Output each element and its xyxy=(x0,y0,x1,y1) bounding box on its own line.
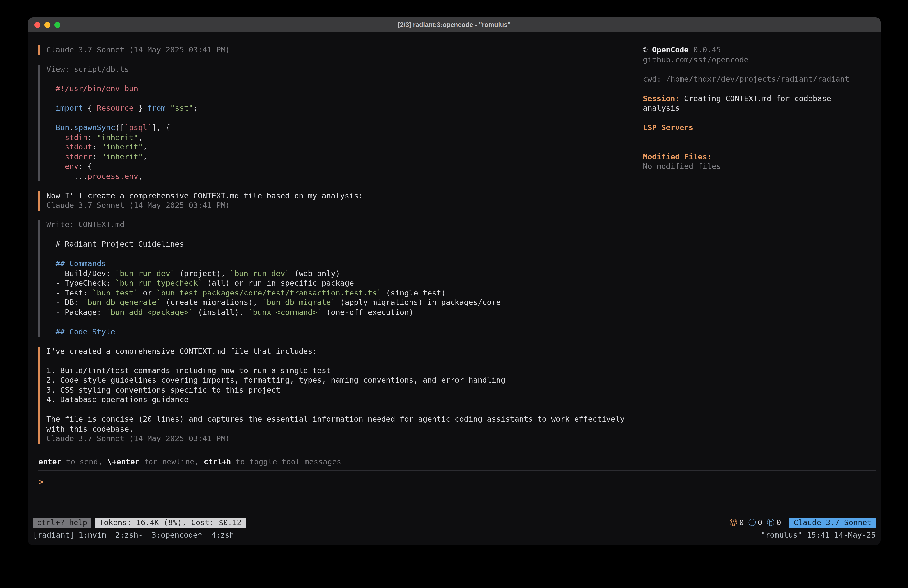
status-right-group: Ⓦ 0 ⓘ 0 ⓗ 0 Claude 3.7 Sonnet xyxy=(729,518,876,528)
main-row: Claude 3.7 Sonnet (14 May 2025 03:41 PM)… xyxy=(33,45,876,458)
hint-icon: ⓗ xyxy=(767,518,775,528)
close-button[interactable] xyxy=(34,22,40,27)
hint-count: 0 xyxy=(776,518,781,528)
model-badge: Claude 3.7 Sonnet xyxy=(790,518,876,528)
tmux-window-zsh[interactable]: 4:zsh xyxy=(211,530,234,540)
tmux-status-bar: [radiant] 1:nvim 2:zsh- 3:opencode* 4:zs… xyxy=(33,530,876,540)
tmux-window-opencode-current[interactable]: 3:opencode* xyxy=(152,530,202,540)
diagnostics-group: Ⓦ 0 ⓘ 0 ⓗ 0 xyxy=(729,518,786,528)
tokens-cost-badge: Tokens: 16.4K (8%), Cost: $0.12 xyxy=(95,518,246,528)
sidebar: © OpenCode 0.0.45github.com/sst/opencode… xyxy=(643,45,872,172)
help-line: enter to send, \+enter for newline, ctrl… xyxy=(33,458,876,467)
view-tool-block: View: script/db.ts #!/usr/bin/env bun im… xyxy=(39,65,634,181)
tmux-clock: "romulus" 15:41 14-May-25 xyxy=(761,530,876,540)
assistant-final-block: I've created a comprehensive CONTEXT.md … xyxy=(39,346,634,444)
terminal-content: Claude 3.7 Sonnet (14 May 2025 03:41 PM)… xyxy=(28,32,881,545)
assistant-message-block: Now I'll create a comprehensive CONTEXT.… xyxy=(39,191,634,211)
assistant-header-block: Claude 3.7 Sonnet (14 May 2025 03:41 PM) xyxy=(39,45,634,55)
terminal-window: [2/3] radiant:3:opencode - "romulus" Cla… xyxy=(28,18,881,545)
minimize-button[interactable] xyxy=(44,22,50,27)
prompt-symbol: > xyxy=(39,477,43,486)
warning-count: 0 xyxy=(739,518,744,528)
tmux-session-name: [radiant] xyxy=(33,530,74,540)
tmux-window-zsh-last[interactable]: 2:zsh- xyxy=(115,530,143,540)
chat-column: Claude 3.7 Sonnet (14 May 2025 03:41 PM)… xyxy=(39,45,634,453)
info-icon: ⓘ xyxy=(748,518,756,528)
write-tool-block: Write: CONTEXT.md # Radiant Project Guid… xyxy=(39,220,634,337)
help-shortcut-badge: ctrl+? help xyxy=(33,518,92,528)
titlebar: [2/3] radiant:3:opencode - "romulus" xyxy=(28,18,881,32)
traffic-lights xyxy=(34,22,60,27)
zoom-button[interactable] xyxy=(54,22,60,27)
info-count: 0 xyxy=(758,518,762,528)
window-title: [2/3] radiant:3:opencode - "romulus" xyxy=(398,21,510,28)
warning-icon: Ⓦ xyxy=(729,518,737,528)
input-area[interactable]: > xyxy=(33,470,876,518)
screen: [2/3] radiant:3:opencode - "romulus" Cla… xyxy=(0,0,908,588)
tmux-window-nvim[interactable]: 1:nvim xyxy=(79,530,106,540)
status-bar: ctrl+? help Tokens: 16.4K (8%), Cost: $0… xyxy=(33,518,876,528)
